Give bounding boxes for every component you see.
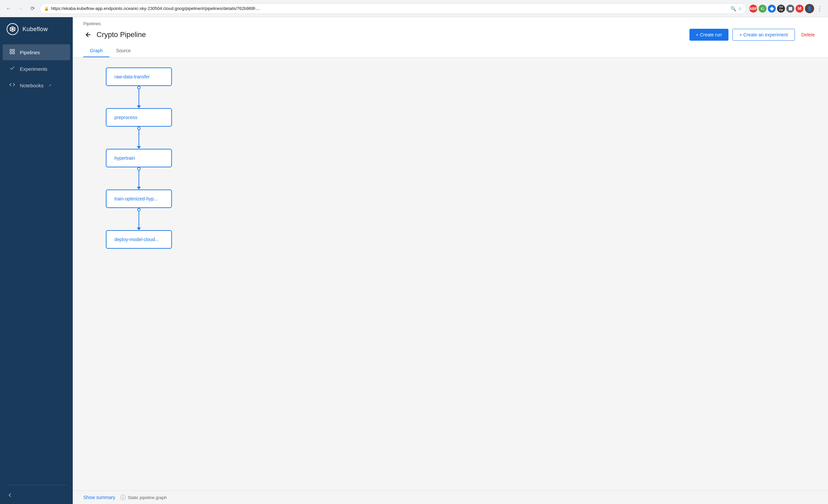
pipeline-node-raw-data-transfer[interactable]: raw-data-transfer — [106, 68, 172, 86]
header-actions: + Create run + Create an experiment Dele… — [690, 29, 818, 41]
connector-dot-4 — [137, 208, 140, 211]
pipeline-node-train-optimized[interactable]: train-optimized-hyp... — [106, 190, 172, 208]
graph-canvas: raw-data-transfer preprocess — [73, 57, 828, 491]
breadcrumb: Pipelines — [83, 21, 818, 26]
connector-line-3 — [138, 171, 139, 187]
connector-arrow-2 — [137, 146, 141, 149]
connector-4 — [106, 208, 172, 230]
pipelines-label: Pipelines — [20, 50, 40, 55]
star-icon: ☆ — [738, 6, 742, 11]
app-layout: Kubeflow Pipelines — [0, 17, 828, 504]
graph-area[interactable]: raw-data-transfer preprocess — [73, 57, 828, 491]
connector-3 — [106, 167, 172, 190]
experiments-label: Experiments — [20, 66, 47, 72]
connector-dot-3 — [137, 167, 140, 171]
user-avatar[interactable]: 👤 — [805, 4, 814, 13]
tab-graph[interactable]: Graph — [83, 45, 110, 57]
connector-dot-1 — [137, 86, 140, 89]
pipeline-flow: raw-data-transfer preprocess — [106, 68, 815, 249]
ext-monitor[interactable]: ▦ — [786, 5, 794, 12]
sidebar-collapse-button[interactable] — [0, 488, 73, 504]
show-summary-button[interactable]: Show summary — [83, 495, 115, 500]
connector-1 — [106, 86, 172, 108]
pipeline-node-deploy-model[interactable]: deploy-model-cloud... — [106, 230, 172, 249]
header-left: Crypto Pipeline — [83, 30, 146, 40]
tabs: Graph Source — [83, 45, 818, 57]
sidebar-item-notebooks[interactable]: Notebooks ↗ — [3, 77, 70, 93]
ext-abp[interactable]: ABP — [749, 5, 757, 12]
url-text: https://ekaba-kubeflow-app.endpoints.oce… — [51, 6, 729, 11]
sidebar: Kubeflow Pipelines — [0, 17, 73, 504]
svg-rect-8 — [13, 49, 14, 51]
ext-grammarly[interactable]: G — [758, 5, 767, 12]
back-to-pipelines-button[interactable] — [83, 30, 93, 40]
forward-button[interactable]: → — [16, 4, 25, 13]
svg-rect-10 — [13, 52, 14, 54]
bottom-bar: Show summary i Static pipeline graph — [73, 491, 828, 504]
kubeflow-logo-icon — [7, 23, 18, 35]
connector-line-2 — [138, 130, 139, 146]
lock-icon: 🔒 — [44, 6, 49, 11]
connector-2 — [106, 127, 172, 149]
address-bar[interactable]: 🔒 https://ekaba-kubeflow-app.endpoints.o… — [40, 3, 747, 14]
sidebar-item-pipelines[interactable]: Pipelines — [3, 44, 70, 60]
search-icon: 🔍 — [731, 6, 736, 11]
pipeline-node-hypertrain[interactable]: hypertrain — [106, 149, 172, 167]
sidebar-divider — [7, 485, 66, 485]
notebooks-label: Notebooks — [20, 83, 44, 88]
experiments-icon — [9, 65, 15, 73]
sidebar-logo[interactable]: Kubeflow — [0, 17, 73, 41]
connector-line-1 — [138, 89, 139, 106]
main-content: Pipelines Crypto Pipeline + Create run +… — [73, 17, 828, 504]
svg-point-0 — [11, 28, 13, 30]
svg-rect-7 — [10, 49, 11, 51]
ext-m[interactable]: M — [796, 5, 803, 12]
header-row: Crypto Pipeline + Create run + Create an… — [83, 29, 818, 41]
page-title: Crypto Pipeline — [96, 31, 146, 39]
external-link-icon: ↗ — [48, 83, 51, 88]
back-button[interactable]: ← — [4, 4, 13, 13]
pipeline-node-preprocess[interactable]: preprocess — [106, 108, 172, 127]
menu-button[interactable]: ⋮ — [816, 4, 824, 13]
svg-rect-9 — [10, 52, 11, 54]
connector-arrow-3 — [137, 187, 141, 190]
browser-chrome: ← → ⟳ 🔒 https://ekaba-kubeflow-app.endpo… — [0, 0, 828, 17]
sidebar-item-experiments[interactable]: Experiments — [3, 61, 70, 77]
info-icon: i — [120, 495, 126, 500]
static-pipeline-label: i Static pipeline graph — [120, 495, 167, 500]
connector-dot-2 — [137, 127, 140, 130]
pipelines-icon — [9, 49, 15, 56]
connector-arrow-1 — [137, 106, 141, 108]
delete-button[interactable]: Delete — [799, 29, 818, 41]
reload-button[interactable]: ⟳ — [28, 4, 37, 13]
ext-gitzip[interactable]: GitZip — [777, 5, 785, 12]
connector-arrow-4 — [137, 227, 141, 230]
logo-label: Kubeflow — [23, 26, 48, 33]
page-header: Pipelines Crypto Pipeline + Create run +… — [73, 17, 828, 57]
connector-line-4 — [138, 211, 139, 228]
create-experiment-button[interactable]: + Create an experiment — [733, 29, 795, 41]
sidebar-nav: Pipelines Experiments Notebooks — [0, 41, 73, 482]
tab-source[interactable]: Source — [110, 45, 137, 57]
notebooks-icon — [9, 82, 15, 89]
create-run-button[interactable]: + Create run — [690, 29, 729, 41]
browser-actions: ABP G ◈ GitZip ▦ M 👤 ⋮ — [749, 4, 824, 13]
ext-blue[interactable]: ◈ — [768, 5, 776, 12]
